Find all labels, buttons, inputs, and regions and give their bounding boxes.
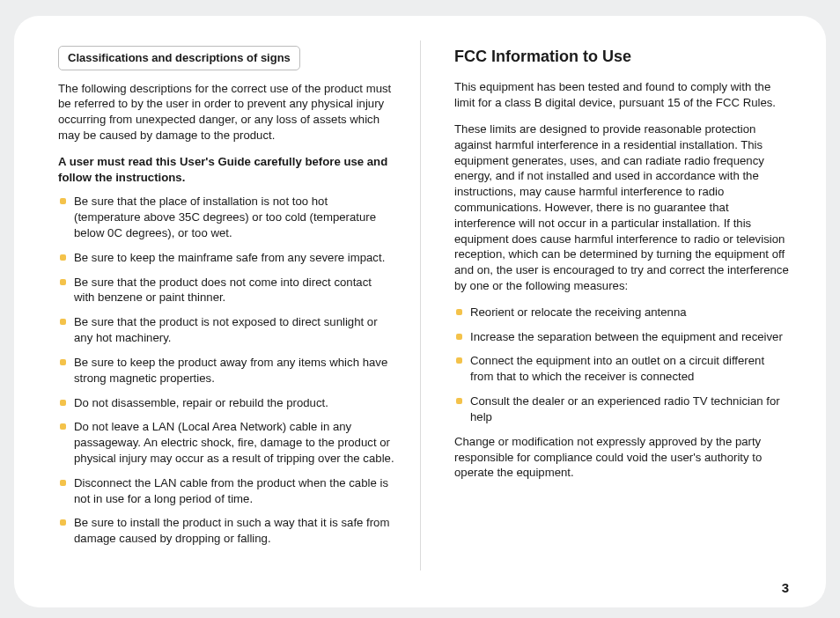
list-item: Be sure to keep the mainframe safe from … (60, 250, 394, 266)
list-item: Consult the dealer or an experienced rad… (456, 394, 791, 425)
fcc-title: FCC Information to Use (454, 46, 791, 67)
fcc-paragraph-1: This equipment has been tested and found… (454, 79, 791, 111)
list-item: Increase the separation between the equi… (456, 329, 791, 345)
list-item: Be sure that the product does not come i… (60, 275, 394, 306)
list-item: Be sure to install the product in such a… (60, 515, 394, 547)
safety-bullet-list: Be sure that the place of installation i… (58, 194, 394, 547)
document-page: Classifications and descriptions of sign… (14, 16, 826, 607)
fcc-paragraph-3: Change or modification not expressly app… (454, 434, 791, 481)
list-item: Be sure to keep the product away from an… (60, 355, 394, 386)
list-item: Connect the equipment into an outlet on … (456, 353, 791, 385)
column-divider (420, 40, 421, 570)
intro-paragraph: The following descriptions for the corre… (58, 81, 394, 143)
fcc-bullet-list: Reorient or relocate the receiving anten… (454, 305, 791, 425)
list-item: Disconnect the LAN cable from the produc… (60, 475, 394, 507)
fcc-paragraph-2: These limits are designed to provide rea… (454, 121, 791, 294)
list-item: Do not leave a LAN (Local Area Network) … (60, 419, 394, 466)
bold-note: A user must read this User's Guide caref… (58, 154, 394, 186)
page-number: 3 (782, 580, 789, 595)
right-column: FCC Information to Use This equipment ha… (424, 46, 791, 588)
list-item: Be sure that the place of installation i… (60, 194, 394, 240)
list-item: Be sure that the product is not exposed … (60, 314, 394, 346)
list-item: Reorient or relocate the receiving anten… (456, 305, 791, 320)
list-item: Do not disassemble, repair or rebuild th… (60, 395, 394, 411)
left-column: Classifications and descriptions of sign… (58, 46, 424, 588)
classifications-heading: Classifications and descriptions of sign… (58, 46, 300, 70)
